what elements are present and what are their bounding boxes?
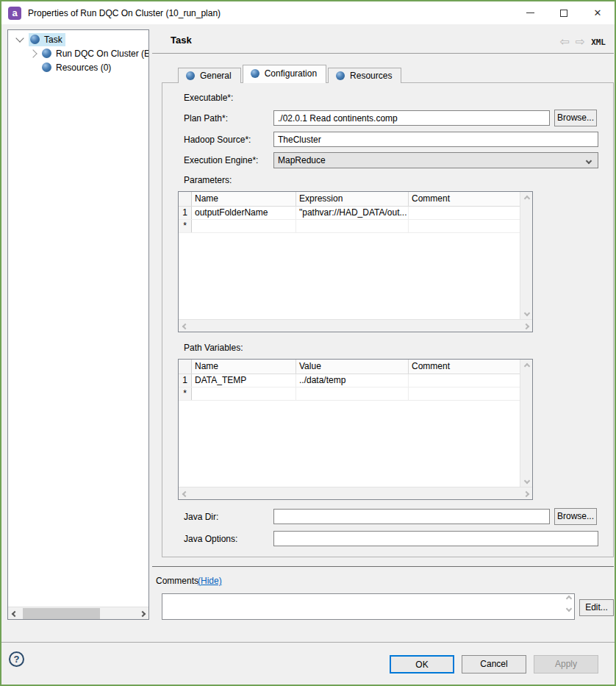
scroll-right-icon[interactable]	[136, 607, 148, 620]
horizontal-scrollbar[interactable]	[179, 487, 532, 499]
cell-comment[interactable]	[409, 220, 521, 232]
row-number-header[interactable]	[179, 360, 192, 374]
vertical-scrollbar[interactable]	[520, 360, 532, 487]
close-button[interactable]: ✕	[581, 1, 615, 24]
java-dir-input[interactable]	[273, 509, 550, 524]
execution-engine-label: Execution Engine*:	[184, 155, 258, 165]
window-title: Properties of Run DQC On Cluster (10_run…	[28, 8, 221, 18]
footer-divider	[1, 642, 615, 643]
tab-resources[interactable]: Resources	[328, 68, 401, 83]
cell-comment[interactable]	[409, 387, 521, 400]
tab-bar: General Configuration Resources	[178, 65, 403, 83]
back-arrow-icon[interactable]: ⇦	[559, 36, 569, 48]
column-header-comment[interactable]: Comment	[409, 192, 521, 206]
node-icon	[42, 49, 51, 58]
tree-item-label: Run DQC On Cluster (Ewl	[56, 49, 148, 59]
cell-expression[interactable]	[296, 220, 409, 232]
cell-name[interactable]	[192, 387, 296, 400]
scrollbar-thumb[interactable]	[23, 608, 100, 619]
help-button[interactable]: ?	[9, 651, 24, 667]
tree-item-resources[interactable]: Resources (0)	[8, 60, 148, 74]
scroll-down-icon[interactable]	[520, 307, 533, 319]
row-number-header[interactable]	[179, 192, 192, 206]
tree-item-run-dqc[interactable]: Run DQC On Cluster (Ewl	[8, 46, 148, 60]
chevron-down-icon[interactable]	[15, 34, 24, 42]
edit-comments-button[interactable]: Edit...	[579, 599, 614, 616]
page-title: Task	[171, 35, 192, 46]
vertical-scrollbar[interactable]	[520, 192, 532, 319]
table-row-new[interactable]: *	[179, 220, 532, 233]
column-header-expression[interactable]: Expression	[296, 192, 409, 206]
task-tree-panel: Task Run DQC On Cluster (Ewl Resources (…	[7, 29, 149, 620]
table-header-row: Name Expression Comment	[179, 192, 532, 207]
cell-name[interactable]: DATA_TEMP	[192, 374, 296, 387]
node-icon	[42, 62, 51, 72]
tab-label: General	[200, 71, 232, 81]
cell-name[interactable]: outputFolderName	[192, 207, 296, 219]
cell-name[interactable]	[192, 220, 296, 232]
tab-icon	[186, 71, 195, 80]
java-options-label: Java Options:	[184, 534, 237, 544]
hide-comments-link[interactable]: (Hide)	[198, 576, 222, 586]
tab-label: Configuration	[265, 68, 317, 79]
chevron-right-icon[interactable]	[29, 49, 37, 57]
properties-dialog: a Properties of Run DQC On Cluster (10_r…	[0, 0, 616, 686]
cell-value[interactable]: ../data/temp	[296, 374, 409, 387]
scroll-left-icon[interactable]	[179, 320, 191, 332]
tree-horizontal-scrollbar[interactable]	[8, 607, 148, 619]
chevron-down-icon	[586, 158, 592, 164]
cancel-button[interactable]: Cancel	[462, 655, 526, 674]
scroll-up-icon[interactable]	[520, 360, 533, 372]
plan-path-browse-button[interactable]: Browse...	[554, 110, 597, 126]
cell-value[interactable]	[296, 387, 409, 400]
table-row-new[interactable]: *	[179, 387, 532, 401]
scroll-left-icon[interactable]	[8, 607, 21, 620]
scroll-down-icon[interactable]	[520, 474, 533, 487]
hadoop-source-input[interactable]	[273, 132, 598, 147]
tab-general[interactable]: General	[178, 68, 241, 83]
scroll-up-icon[interactable]	[566, 596, 572, 601]
minimize-button[interactable]	[513, 1, 547, 24]
column-header-name[interactable]: Name	[192, 360, 296, 374]
tree-item-task[interactable]: Task	[8, 32, 148, 46]
comments-textarea[interactable]	[162, 593, 575, 620]
table-row[interactable]: 1 DATA_TEMP ../data/temp	[179, 374, 532, 387]
plan-path-input[interactable]	[273, 110, 550, 126]
tab-label: Resources	[350, 71, 392, 81]
scroll-left-icon[interactable]	[179, 487, 191, 500]
header-divider	[152, 53, 614, 54]
row-number: 1	[179, 207, 192, 219]
tab-configuration[interactable]: Configuration	[243, 65, 326, 83]
row-number: 1	[179, 374, 192, 387]
minimize-icon	[526, 12, 534, 13]
execution-engine-select[interactable]: MapReduce	[273, 152, 598, 168]
cell-comment[interactable]	[409, 374, 521, 387]
path-variables-label: Path Variables:	[184, 343, 243, 353]
tab-icon	[336, 71, 345, 80]
cell-expression[interactable]: "pathvar://HAD_DATA/out...	[296, 207, 409, 219]
forward-arrow-icon[interactable]: ⇨	[576, 36, 585, 48]
app-icon[interactable]: a	[8, 7, 21, 20]
tree-item-label: Resources (0)	[56, 62, 111, 73]
table-header-row: Name Value Comment	[179, 360, 532, 374]
cell-comment[interactable]	[409, 207, 521, 219]
java-dir-browse-button[interactable]: Browse...	[554, 508, 597, 525]
column-header-comment[interactable]: Comment	[409, 360, 521, 374]
xml-button[interactable]: XML	[591, 37, 606, 47]
scroll-right-icon[interactable]	[520, 320, 532, 332]
ok-button[interactable]: OK	[390, 655, 454, 674]
column-header-value[interactable]: Value	[296, 360, 409, 374]
comments-divider	[152, 566, 614, 567]
table-row[interactable]: 1 outputFolderName "pathvar://HAD_DATA/o…	[179, 207, 532, 220]
parameters-label: Parameters:	[184, 175, 232, 185]
scroll-right-icon[interactable]	[520, 487, 532, 500]
node-icon	[30, 35, 40, 44]
maximize-button[interactable]	[547, 1, 581, 24]
scroll-down-icon[interactable]	[566, 606, 572, 612]
column-header-name[interactable]: Name	[192, 192, 296, 206]
path-variables-table: Name Value Comment 1 DATA_TEMP ../data/t…	[178, 359, 533, 500]
java-options-input[interactable]	[273, 531, 598, 546]
horizontal-scrollbar[interactable]	[179, 319, 532, 332]
scroll-up-icon[interactable]	[520, 192, 533, 204]
apply-button[interactable]: Apply	[534, 655, 598, 674]
